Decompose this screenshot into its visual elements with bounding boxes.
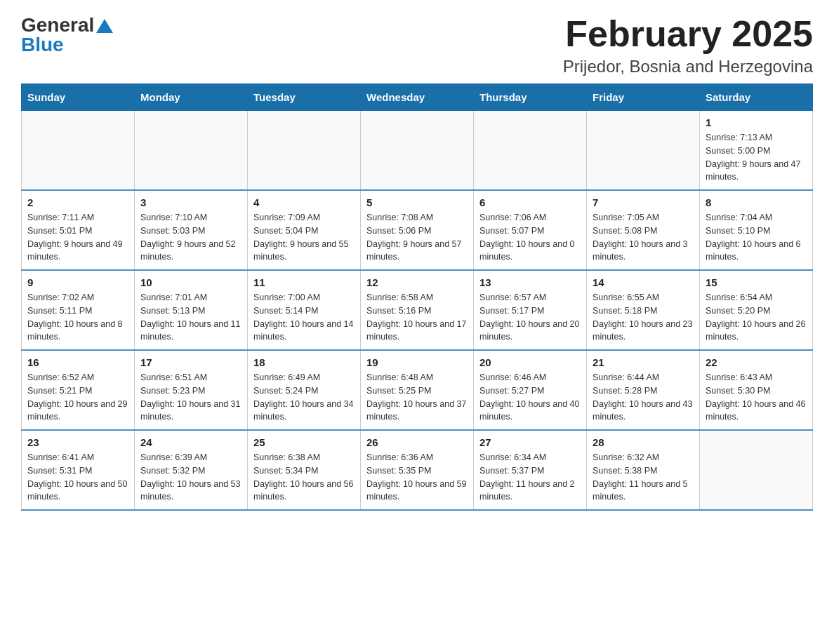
weekday-header-thursday: Thursday [474,84,587,111]
day-number: 28 [593,436,694,448]
day-number: 15 [706,276,807,288]
calendar-header-row: SundayMondayTuesdayWednesdayThursdayFrid… [22,84,813,111]
calendar-cell: 12Sunrise: 6:58 AM Sunset: 5:16 PM Dayli… [361,270,474,350]
day-info: Sunrise: 6:34 AM Sunset: 5:37 PM Dayligh… [479,451,581,504]
day-number: 14 [593,276,694,288]
logo-blue-text: Blue [21,34,64,56]
day-number: 16 [27,356,128,368]
day-number: 27 [479,436,581,448]
day-info: Sunrise: 7:09 AM Sunset: 5:04 PM Dayligh… [253,211,355,264]
calendar-cell [474,111,587,191]
day-info: Sunrise: 6:49 AM Sunset: 5:24 PM Dayligh… [253,371,355,424]
calendar-cell: 11Sunrise: 7:00 AM Sunset: 5:14 PM Dayli… [248,270,361,350]
logo-triangle-icon [96,19,113,33]
day-info: Sunrise: 6:41 AM Sunset: 5:31 PM Dayligh… [27,451,128,504]
calendar-cell: 10Sunrise: 7:01 AM Sunset: 5:13 PM Dayli… [135,270,248,350]
calendar-cell: 13Sunrise: 6:57 AM Sunset: 5:17 PM Dayli… [474,270,587,350]
calendar-cell: 6Sunrise: 7:06 AM Sunset: 5:07 PM Daylig… [474,190,587,270]
day-info: Sunrise: 7:08 AM Sunset: 5:06 PM Dayligh… [366,211,468,264]
day-info: Sunrise: 7:11 AM Sunset: 5:01 PM Dayligh… [27,211,128,264]
calendar-cell: 9Sunrise: 7:02 AM Sunset: 5:11 PM Daylig… [22,270,135,350]
calendar-cell: 8Sunrise: 7:04 AM Sunset: 5:10 PM Daylig… [700,190,813,270]
day-info: Sunrise: 7:05 AM Sunset: 5:08 PM Dayligh… [593,211,694,264]
calendar-cell [135,111,248,191]
day-number: 25 [253,436,355,448]
day-info: Sunrise: 6:55 AM Sunset: 5:18 PM Dayligh… [593,291,694,344]
day-info: Sunrise: 6:48 AM Sunset: 5:25 PM Dayligh… [366,371,468,424]
weekday-header-sunday: Sunday [22,84,135,111]
calendar-cell: 7Sunrise: 7:05 AM Sunset: 5:08 PM Daylig… [587,190,700,270]
day-info: Sunrise: 7:10 AM Sunset: 5:03 PM Dayligh… [140,211,241,264]
calendar-cell: 22Sunrise: 6:43 AM Sunset: 5:30 PM Dayli… [700,350,813,430]
day-info: Sunrise: 7:00 AM Sunset: 5:14 PM Dayligh… [253,291,355,344]
logo: General Blue [21,14,113,56]
day-number: 19 [366,356,468,368]
day-info: Sunrise: 6:39 AM Sunset: 5:32 PM Dayligh… [140,451,241,504]
calendar-cell: 19Sunrise: 6:48 AM Sunset: 5:25 PM Dayli… [361,350,474,430]
day-info: Sunrise: 7:06 AM Sunset: 5:07 PM Dayligh… [479,211,581,264]
day-number: 13 [479,276,581,288]
calendar-cell: 4Sunrise: 7:09 AM Sunset: 5:04 PM Daylig… [248,190,361,270]
day-info: Sunrise: 6:32 AM Sunset: 5:38 PM Dayligh… [593,451,694,504]
day-number: 3 [140,196,241,208]
weekday-header-wednesday: Wednesday [361,84,474,111]
calendar-week-row: 16Sunrise: 6:52 AM Sunset: 5:21 PM Dayli… [22,350,813,430]
calendar-cell: 23Sunrise: 6:41 AM Sunset: 5:31 PM Dayli… [22,430,135,510]
day-number: 6 [479,196,581,208]
calendar-cell: 15Sunrise: 6:54 AM Sunset: 5:20 PM Dayli… [700,270,813,350]
calendar-cell: 21Sunrise: 6:44 AM Sunset: 5:28 PM Dayli… [587,350,700,430]
calendar-table: SundayMondayTuesdayWednesdayThursdayFrid… [21,83,813,511]
day-number: 17 [140,356,241,368]
weekday-header-friday: Friday [587,84,700,111]
calendar-cell: 17Sunrise: 6:51 AM Sunset: 5:23 PM Dayli… [135,350,248,430]
day-info: Sunrise: 6:38 AM Sunset: 5:34 PM Dayligh… [253,451,355,504]
day-info: Sunrise: 6:52 AM Sunset: 5:21 PM Dayligh… [27,371,128,424]
day-info: Sunrise: 7:01 AM Sunset: 5:13 PM Dayligh… [140,291,241,344]
calendar-cell: 14Sunrise: 6:55 AM Sunset: 5:18 PM Dayli… [587,270,700,350]
calendar-cell [587,111,700,191]
day-number: 2 [27,196,128,208]
calendar-cell: 2Sunrise: 7:11 AM Sunset: 5:01 PM Daylig… [22,190,135,270]
day-number: 12 [366,276,468,288]
day-number: 22 [706,356,807,368]
calendar-cell: 27Sunrise: 6:34 AM Sunset: 5:37 PM Dayli… [474,430,587,510]
page-title: February 2025 [563,14,813,54]
calendar-cell: 28Sunrise: 6:32 AM Sunset: 5:38 PM Dayli… [587,430,700,510]
day-number: 7 [593,196,694,208]
day-number: 11 [253,276,355,288]
day-number: 20 [479,356,581,368]
day-number: 4 [253,196,355,208]
day-info: Sunrise: 6:57 AM Sunset: 5:17 PM Dayligh… [479,291,581,344]
day-info: Sunrise: 6:44 AM Sunset: 5:28 PM Dayligh… [593,371,694,424]
day-info: Sunrise: 7:13 AM Sunset: 5:00 PM Dayligh… [706,131,807,184]
day-info: Sunrise: 7:04 AM Sunset: 5:10 PM Dayligh… [706,211,807,264]
day-info: Sunrise: 6:54 AM Sunset: 5:20 PM Dayligh… [706,291,807,344]
page-header: General Blue February 2025 Prijedor, Bos… [21,14,813,76]
day-info: Sunrise: 6:58 AM Sunset: 5:16 PM Dayligh… [366,291,468,344]
calendar-cell [700,430,813,510]
day-number: 10 [140,276,241,288]
weekday-header-monday: Monday [135,84,248,111]
day-info: Sunrise: 7:02 AM Sunset: 5:11 PM Dayligh… [27,291,128,344]
weekday-header-tuesday: Tuesday [248,84,361,111]
day-number: 8 [706,196,807,208]
calendar-cell: 16Sunrise: 6:52 AM Sunset: 5:21 PM Dayli… [22,350,135,430]
calendar-cell [22,111,135,191]
calendar-cell: 18Sunrise: 6:49 AM Sunset: 5:24 PM Dayli… [248,350,361,430]
day-number: 1 [706,116,807,128]
day-info: Sunrise: 6:51 AM Sunset: 5:23 PM Dayligh… [140,371,241,424]
calendar-cell: 24Sunrise: 6:39 AM Sunset: 5:32 PM Dayli… [135,430,248,510]
calendar-week-row: 1Sunrise: 7:13 AM Sunset: 5:00 PM Daylig… [22,111,813,191]
day-info: Sunrise: 6:36 AM Sunset: 5:35 PM Dayligh… [366,451,468,504]
calendar-cell: 20Sunrise: 6:46 AM Sunset: 5:27 PM Dayli… [474,350,587,430]
day-number: 9 [27,276,128,288]
day-info: Sunrise: 6:46 AM Sunset: 5:27 PM Dayligh… [479,371,581,424]
page-subtitle: Prijedor, Bosnia and Herzegovina [563,57,813,76]
day-number: 24 [140,436,241,448]
calendar-cell [248,111,361,191]
day-number: 26 [366,436,468,448]
day-number: 23 [27,436,128,448]
calendar-week-row: 23Sunrise: 6:41 AM Sunset: 5:31 PM Dayli… [22,430,813,510]
calendar-cell: 26Sunrise: 6:36 AM Sunset: 5:35 PM Dayli… [361,430,474,510]
calendar-cell: 25Sunrise: 6:38 AM Sunset: 5:34 PM Dayli… [248,430,361,510]
